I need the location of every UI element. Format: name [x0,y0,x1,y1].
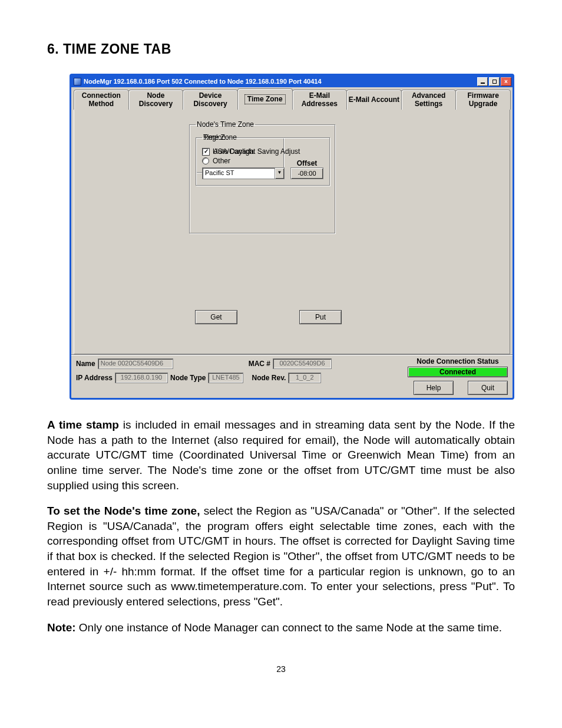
tab-panel-time-zone: Node's Time Zone Region USA/Canada Other… [74,110,510,354]
group-time-zone: Time Zone Auto Daylight Saving Adjust Pa… [196,133,330,186]
p1-lead: A time stamp [47,419,119,431]
tab-email-addresses[interactable]: E-Mail Addresses [292,90,348,110]
p3-lead: Note: [47,621,76,634]
label-nodetype: Node Type [170,374,206,382]
tab-node-discovery[interactable]: Node Discovery [128,90,184,110]
label-mac: MAC # [249,360,270,368]
label-conn-status: Node Connection Status [408,357,508,365]
label-noderev: Node Rev. [252,374,286,382]
close-button[interactable]: × [501,77,511,86]
window-title: NodeMgr 192.168.0.186 Port 502 Connected… [84,78,322,85]
status-bar: Name Node 0020C55409D6 MAC # 0020C55409D… [71,354,513,398]
timezone-combo[interactable]: Pacific ST ▼ [202,167,285,179]
checkbox-auto-dst[interactable]: Auto Daylight Saving Adjust [202,147,323,156]
legend-nodes-time-zone: Node's Time Zone [196,120,255,129]
put-button[interactable]: Put [299,310,342,324]
window-titlebar[interactable]: NodeMgr 192.168.0.186 Port 502 Connected… [71,75,513,87]
field-conn-status: Connected [408,367,508,377]
app-icon [74,78,81,85]
field-mac: 0020C55409D6 [273,358,332,369]
tab-connection-method[interactable]: Connection Method [74,90,129,110]
tab-device-discovery[interactable]: Device Discovery [183,90,238,110]
offset-value: -08:00 [290,167,323,179]
label-name: Name [76,360,95,368]
checkbox-icon [202,148,210,156]
page-number: 23 [47,664,515,674]
get-button[interactable]: Get [195,310,237,324]
tab-advanced-settings[interactable]: Advanced Settings [401,90,457,110]
tab-strip: Connection Method Node Discovery Device … [71,87,513,110]
body-text: A time stamp is included in email messag… [47,417,515,635]
group-nodes-time-zone: Node's Time Zone Region USA/Canada Other… [189,120,335,233]
legend-time-zone: Time Zone [202,133,238,141]
p3-rest: Only one instance of Node Manager can co… [76,621,502,634]
offset-label: Offset [290,159,323,167]
timezone-combo-value: Pacific ST [203,168,275,179]
field-noderev: 1_0_2 [288,373,321,383]
p2-rest: select the Region as "USA/Canada" or "Ot… [47,505,515,608]
nodemgr-window: NodeMgr 192.168.0.186 Port 502 Connected… [70,74,514,400]
help-button[interactable]: Help [414,381,454,395]
tab-time-zone[interactable]: Time Zone [237,88,293,110]
section-heading: 6. TIME ZONE TAB [47,41,515,57]
quit-button[interactable]: Quit [468,381,508,395]
chevron-down-icon[interactable]: ▼ [275,168,284,179]
field-name: Node 0020C55409D6 [98,358,173,369]
tab-firmware-upgrade[interactable]: Firmware Upgrade [455,90,511,110]
field-ip: 192.168.0.190 [115,373,168,383]
maximize-button[interactable] [489,77,500,86]
checkbox-label: Auto Daylight Saving Adjust [213,147,300,156]
field-nodetype: LNET485 [208,373,243,383]
tab-email-account[interactable]: E-Mail Account [346,90,402,110]
p2-lead: To set the Node's time zone, [47,505,200,517]
minimize-button[interactable] [477,77,488,86]
label-ip: IP Address [76,374,113,382]
